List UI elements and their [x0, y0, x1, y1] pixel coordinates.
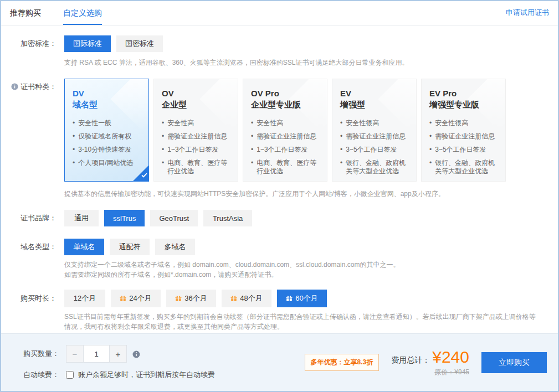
- card-feature: 仅验证域名所有权: [73, 132, 141, 141]
- brand-option-ssltrus[interactable]: sslTrus: [104, 210, 145, 226]
- total-price: ¥240: [432, 348, 469, 366]
- brand-label: 证书品牌：: [1, 210, 57, 226]
- quantity-input[interactable]: [83, 345, 110, 362]
- duration-option-label: 60个月: [295, 293, 317, 303]
- card-subtitle: 域名型: [73, 99, 141, 110]
- brand-option-trustasia[interactable]: TrustAsia: [203, 210, 252, 226]
- encryption-label: 加密标准：: [1, 35, 57, 68]
- auto-renew-checkbox[interactable]: [66, 371, 74, 379]
- duration-option-60[interactable]: 60个月: [277, 290, 327, 307]
- card-feature: 安全性一般: [73, 119, 141, 127]
- info-icon[interactable]: [11, 83, 18, 90]
- quantity-stepper: − +: [66, 345, 127, 363]
- domain-option-multi[interactable]: 多域名: [155, 239, 195, 255]
- duration-section: 购买时长： 12个月 24个月 36个月 48个月: [1, 290, 549, 332]
- duration-label: 购买时长：: [1, 290, 57, 332]
- card-feature: 安全性高: [251, 119, 319, 127]
- domain-type-description-line1: 仅支持绑定一个二级域名或者子域名，例如 domain.com、cloud.dom…: [64, 260, 549, 270]
- card-title: EV Pro: [429, 88, 498, 99]
- card-feature: 电商、教育、医疗等行业优选: [251, 159, 319, 176]
- brand-option-generic[interactable]: 通用: [64, 210, 99, 226]
- domain-type-label: 域名类型：: [1, 239, 57, 280]
- quantity-decrease-button[interactable]: −: [66, 345, 83, 362]
- gift-icon: [230, 295, 237, 302]
- cert-card-ov[interactable]: OV 企业型 安全性高 需验证企业注册信息 1~3个工作日签发 电商、教育、医疗…: [153, 79, 238, 182]
- domain-option-single[interactable]: 单域名: [64, 239, 104, 255]
- duration-description: SSL证书目前需每年重新签发，购买多年的到期前会自动续签（部分证书需您配合验证或…: [64, 312, 541, 332]
- card-title: DV: [73, 88, 141, 99]
- encryption-option-international[interactable]: 国际标准: [64, 35, 111, 52]
- card-feature: 安全性很高: [429, 119, 498, 127]
- cert-card-ev[interactable]: EV 增强型 安全性很高 需验证企业注册信息 3~5个工作日签发 银行、金融、政…: [332, 79, 417, 182]
- card-subtitle: 企业型专业版: [251, 99, 319, 110]
- duration-option-label: 24个月: [129, 293, 151, 303]
- card-feature: 需验证企业注册信息: [429, 132, 498, 141]
- quantity-increase-button[interactable]: +: [110, 345, 126, 362]
- card-title: OV: [162, 88, 230, 99]
- original-price: 原价：¥945: [434, 368, 469, 377]
- duration-option-36[interactable]: 36个月: [166, 290, 216, 307]
- total-block: 费用总计： ¥240 原价：¥945: [391, 348, 469, 377]
- buy-now-button[interactable]: 立即购买: [481, 352, 547, 373]
- domain-type-description-line2: 如需要绑定同级的所有子域名，例如*.domain.com，请购买通配符证书。: [64, 270, 549, 280]
- card-subtitle: 增强型: [340, 99, 408, 110]
- card-feature: 需验证企业注册信息: [251, 132, 319, 141]
- card-feature: 个人项目/网站优选: [73, 159, 141, 167]
- encryption-option-national[interactable]: 国密标准: [116, 35, 163, 52]
- brand-section: 证书品牌： 通用 sslTrus GeoTrust TrustAsia: [1, 210, 549, 226]
- auto-renew-label: 自动续费：: [12, 370, 59, 380]
- gift-icon: [175, 295, 182, 302]
- cert-type-label: 证书种类：: [1, 79, 57, 199]
- card-title: EV: [340, 88, 408, 99]
- card-feature: 3~5个工作日签发: [340, 146, 408, 154]
- card-title: OV Pro: [251, 88, 319, 99]
- duration-option-label: 48个月: [240, 293, 262, 303]
- trial-certificate-link[interactable]: 申请试用证书: [506, 1, 549, 25]
- cert-card-dv[interactable]: DV 域名型 安全性一般 仅验证域名所有权 3-10分钟快速签发 个人项目/网站…: [64, 79, 149, 182]
- duration-option-label: 36个月: [184, 293, 207, 303]
- tab-custom[interactable]: 自定义选购: [63, 1, 102, 25]
- encryption-section: 加密标准： 国际标准 国密标准 支持 RSA 或 ECC 算法，适用谷歌、360…: [1, 35, 549, 68]
- purchase-footer: 购买数量： − + 自动续费： 账户余额足够时，证书到期后按年自动续费 多年优惠…: [1, 333, 558, 391]
- cert-type-label-text: 证书种类：: [20, 82, 57, 91]
- card-feature: 3~5个工作日签发: [429, 146, 498, 154]
- cert-type-description: 提供基本的信息传输加密功能，可快速实现网站HTTPS安全加密保护。广泛应用于个人…: [64, 189, 549, 199]
- tab-recommended[interactable]: 推荐购买: [10, 1, 41, 25]
- total-label: 费用总计：: [391, 355, 430, 365]
- gift-icon: [120, 295, 126, 302]
- main-content: 加密标准： 国际标准 国密标准 支持 RSA 或 ECC 算法，适用谷歌、360…: [1, 25, 558, 333]
- card-feature: 银行、金融、政府机关等大型企业优选: [429, 159, 498, 176]
- quantity-label: 购买数量：: [12, 349, 59, 359]
- card-feature: 1~3个工作日签发: [251, 146, 319, 154]
- duration-option-12[interactable]: 12个月: [64, 290, 105, 307]
- card-feature: 安全性高: [162, 119, 230, 127]
- auto-renew-text: 账户余额足够时，证书到期后按年自动续费: [78, 370, 215, 380]
- quantity-info-icon[interactable]: [132, 350, 140, 358]
- cert-card-ev-pro[interactable]: EV Pro 增强型专业版 安全性很高 需验证企业注册信息 3~5个工作日签发 …: [421, 79, 506, 182]
- card-feature: 银行、金融、政府机关等大型企业优选: [340, 159, 408, 176]
- ssl-purchase-panel: 推荐购买 自定义选购 申请试用证书 加密标准： 国际标准 国密标准 支持 RSA…: [0, 0, 559, 392]
- duration-option-24[interactable]: 24个月: [111, 290, 161, 307]
- card-feature: 3-10分钟快速签发: [73, 146, 141, 154]
- domain-type-section: 域名类型： 单域名 通配符 多域名 仅支持绑定一个二级域名或者子域名，例如 do…: [1, 239, 549, 280]
- card-subtitle: 企业型: [162, 99, 230, 110]
- card-feature: 安全性很高: [340, 119, 408, 127]
- multi-year-discount-badge: 多年优惠：立享8.3折: [305, 354, 379, 371]
- selected-check-icon: [132, 165, 149, 182]
- brand-option-geotrust[interactable]: GeoTrust: [150, 210, 198, 226]
- card-feature: 电商、教育、医疗等行业优选: [162, 159, 230, 176]
- card-feature: 需验证企业注册信息: [340, 132, 408, 141]
- cert-type-section: 证书种类： DV 域名型 安全性一般 仅验证域名所有权 3-10分钟快速签发 个…: [1, 79, 549, 199]
- tab-bar: 推荐购买 自定义选购 申请试用证书: [1, 1, 558, 25]
- encryption-description: 支持 RSA 或 ECC 算法，适用谷歌、360、火狐等主流浏览器，国密标准的S…: [64, 58, 549, 68]
- cert-card-ov-pro[interactable]: OV Pro 企业型专业版 安全性高 需验证企业注册信息 1~3个工作日签发 电…: [243, 79, 327, 182]
- card-feature: 1~3个工作日签发: [162, 146, 230, 154]
- gift-icon: [286, 295, 293, 302]
- domain-option-wildcard[interactable]: 通配符: [110, 239, 150, 255]
- card-subtitle: 增强型专业版: [429, 99, 498, 110]
- duration-option-48[interactable]: 48个月: [222, 290, 271, 307]
- card-feature: 需验证企业注册信息: [162, 132, 230, 141]
